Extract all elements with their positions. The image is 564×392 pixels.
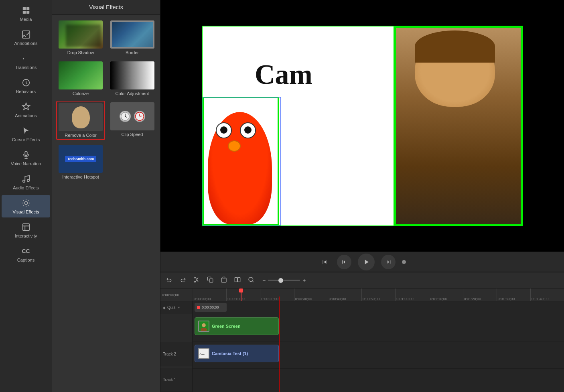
effect-clip-speed[interactable]: Clip Speed	[108, 101, 156, 140]
sidebar-item-media[interactable]: Media	[2, 2, 50, 25]
effect-border-thumb	[110, 20, 154, 49]
svg-line-28	[252, 281, 254, 282]
undo-button[interactable]	[164, 275, 175, 286]
effect-color-adjustment[interactable]: Color Adjustment	[108, 60, 156, 97]
track2-clip-green-screen[interactable]: Green Screen	[195, 317, 279, 335]
svg-point-27	[249, 277, 253, 282]
ruler-mark-5: 0:00:50;00	[361, 288, 395, 301]
svg-rect-0	[22, 7, 25, 10]
ruler-mark-9: 0:01:30;00	[497, 288, 530, 301]
timeline-content: 0:00:00;00 ◆ Quiz ▾ Track 2	[160, 288, 564, 392]
effect-color-adjustment-label: Color Adjustment	[116, 91, 149, 96]
transitions-icon	[21, 54, 31, 63]
sidebar-item-annotations[interactable]: Annotations	[2, 26, 50, 49]
media-icon	[21, 6, 31, 15]
cursor-effects-icon	[21, 126, 31, 136]
split-button[interactable]	[232, 275, 243, 286]
captions-icon: CC	[21, 246, 31, 256]
elmo-nose	[228, 140, 241, 152]
track-labels-spacer	[160, 314, 192, 339]
copy-button[interactable]	[205, 275, 216, 286]
timecode-display: 0:00:00;00	[162, 293, 179, 297]
elmo-eye-right	[240, 122, 256, 138]
effect-colorize-label: Colorize	[73, 91, 89, 96]
ruler-mark-3: 0:00:30;00	[294, 288, 328, 301]
scene-text-cam: Cam	[255, 59, 312, 91]
sidebar-item-visual-effects[interactable]: Visual Effects	[2, 195, 50, 217]
sidebar-item-audio-effects-label: Audio Effects	[13, 185, 39, 190]
sidebar-item-captions[interactable]: CC Captions	[2, 243, 50, 266]
effect-drop-shadow-thumb	[59, 20, 103, 49]
preview-canvas: Cam	[160, 0, 564, 252]
paste-button[interactable]	[218, 275, 229, 286]
color-adjustment-preview	[110, 61, 154, 89]
playhead-handle[interactable]	[239, 288, 243, 292]
ruler-ticks: 0:00:00;00 0:00:10;00 0:00:20;00 0:00:30…	[193, 288, 564, 301]
zoom-track[interactable]	[268, 280, 300, 281]
step-forward-button[interactable]	[381, 255, 396, 269]
zoom-thumb	[278, 278, 283, 283]
effect-colorize[interactable]: Colorize	[56, 60, 105, 97]
right-panel: Cam	[160, 0, 564, 392]
clip-speed-preview	[110, 102, 154, 130]
scene-person	[394, 26, 522, 225]
effect-interactive-hotspot-label: Interactive Hotspot	[62, 175, 99, 179]
cut-button[interactable]	[191, 275, 202, 286]
camtasia-thumb: Cam	[198, 348, 209, 359]
quiz-marker[interactable]: 0:00:00;00	[195, 303, 227, 312]
effect-interactive-hotspot[interactable]: TechSmith.com Interactive Hotspot	[56, 143, 105, 181]
timeline-toolbar: − +	[160, 272, 564, 288]
colorize-preview	[59, 61, 103, 89]
effect-remove-color[interactable]: Remove a Color	[56, 101, 105, 140]
sidebar-item-cursor-effects-label: Cursor Effects	[12, 137, 40, 142]
preview-controls	[160, 252, 564, 272]
visual-effects-icon	[21, 198, 31, 208]
sidebar-item-cursor-effects[interactable]: Cursor Effects	[2, 123, 50, 145]
clock-fast-icon	[134, 111, 145, 122]
sidebar-item-behaviors[interactable]: Behaviors	[2, 75, 50, 97]
interactivity-icon	[21, 222, 31, 232]
playhead[interactable]	[241, 288, 241, 301]
svg-rect-4	[22, 31, 29, 38]
timeline-area: − + 0:00:00;00 ◆	[160, 272, 564, 392]
play-pause-button[interactable]	[358, 254, 375, 270]
sidebar-item-animations-label: Animations	[15, 113, 37, 118]
ruler-mark-6: 0:01:00;00	[395, 288, 429, 301]
quiz-track-dropdown[interactable]: ▾	[178, 306, 180, 309]
sidebar-item-visual-effects-label: Visual Effects	[12, 209, 39, 214]
svg-rect-25	[238, 278, 240, 282]
svg-point-7	[22, 180, 25, 183]
sidebar-item-interactivity[interactable]: Interactivity	[2, 219, 50, 242]
svg-point-9	[24, 201, 27, 204]
svg-rect-3	[26, 11, 29, 14]
quiz-marker-time: 0:00:00;00	[202, 305, 219, 309]
sidebar-item-animations[interactable]: Animations	[2, 99, 50, 121]
timeline-ruler[interactable]: 0:00:00;00 0:00:10;00 0:00:20;00 0:00:30…	[193, 288, 564, 301]
track-label-quiz: ◆ Quiz ▾	[160, 301, 192, 314]
hotspot-preview: TechSmith.com	[59, 145, 103, 173]
track1-clip-camtasia[interactable]: Cam Camtasia Test (1)	[195, 345, 279, 362]
quiz-track-icon: ◆	[163, 306, 166, 310]
track-header-spacer: 0:00:00;00	[160, 288, 192, 301]
svg-rect-10	[22, 224, 29, 231]
ruler-mark-4: 0:00:40;00	[328, 288, 361, 301]
effect-drop-shadow[interactable]: Drop Shadow	[56, 19, 105, 57]
scene-elmo-container	[203, 97, 279, 225]
effect-clip-speed-thumb	[110, 102, 154, 130]
rewind-button[interactable]	[319, 256, 331, 268]
zoom-plus-button[interactable]: +	[302, 277, 306, 284]
redo-button[interactable]	[177, 275, 189, 286]
effect-remove-color-thumb	[59, 103, 103, 131]
remove-color-preview	[59, 103, 103, 131]
sidebar-item-audio-effects[interactable]: Audio Effects	[2, 171, 50, 193]
timeline-tracks: 0:00:00;00 0:00:10;00 0:00:20;00 0:00:30…	[193, 288, 564, 392]
svg-rect-24	[235, 278, 237, 282]
search-button[interactable]	[245, 275, 257, 286]
sidebar-item-interactivity-label: Interactivity	[15, 234, 37, 238]
zoom-minus-button[interactable]: −	[262, 277, 266, 284]
effect-border[interactable]: Border	[108, 19, 156, 57]
ruler-mark-7: 0:01:10;00	[429, 288, 463, 301]
step-back-button[interactable]	[337, 255, 351, 269]
sidebar-item-transitions[interactable]: Transitions	[2, 51, 50, 73]
sidebar-item-voice-narration[interactable]: Voice Narration	[2, 147, 50, 169]
